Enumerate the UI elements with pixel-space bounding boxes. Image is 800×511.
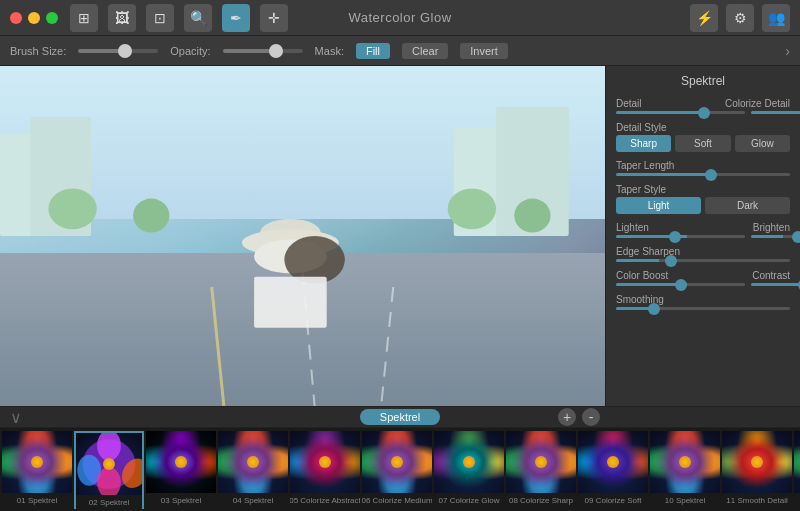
taper-length-row: Taper Length bbox=[616, 160, 790, 176]
smoothing-slider[interactable] bbox=[616, 307, 790, 310]
film-item-9[interactable]: 09 Colorize Soft bbox=[578, 431, 648, 509]
traffic-lights bbox=[10, 12, 58, 24]
move-tool-icon[interactable]: ✛ bbox=[260, 4, 288, 32]
brush-size-slider-container bbox=[78, 49, 158, 53]
options-expand-icon[interactable]: › bbox=[785, 43, 790, 59]
film-item-8[interactable]: 08 Colorize Sharp bbox=[506, 431, 576, 509]
film-item-2[interactable]: 02 Spektrel bbox=[74, 431, 144, 509]
colorize-detail-slider[interactable] bbox=[751, 111, 800, 114]
zoom-tool-icon[interactable]: 🔍 bbox=[184, 4, 212, 32]
film-item-3[interactable]: 03 Spektrel bbox=[146, 431, 216, 509]
film-label-1: 01 Spektrel bbox=[2, 493, 72, 509]
film-item-6[interactable]: 06 Colorize Medium bbox=[362, 431, 432, 509]
style-soft-button[interactable]: Soft bbox=[675, 135, 730, 152]
film-thumb-11 bbox=[722, 431, 792, 493]
film-label-5: 05 Colorize Abstract bbox=[290, 493, 360, 509]
film-label-11: 11 Smooth Detail bbox=[722, 493, 792, 509]
brush-tool-icon[interactable]: ✒ bbox=[222, 4, 250, 32]
photo-tool-icon[interactable]: 🖼 bbox=[108, 4, 136, 32]
lighten-row: Lighten Brighten bbox=[616, 222, 790, 238]
detail-style-row: Detail Style Sharp Soft Glow bbox=[616, 122, 790, 152]
contrast-slider[interactable] bbox=[751, 283, 800, 286]
opacity-slider-container bbox=[223, 49, 303, 53]
options-bar: Brush Size: Opacity: Mask: Fill Clear In… bbox=[0, 36, 800, 66]
brighten-slider[interactable] bbox=[751, 235, 800, 238]
panel-title: Spektrel bbox=[616, 74, 790, 88]
app-title-area: Watercolor Glow bbox=[348, 10, 451, 25]
film-thumb-6 bbox=[362, 431, 432, 493]
lighten-slider[interactable] bbox=[616, 235, 745, 238]
film-item-5[interactable]: 05 Colorize Abstract bbox=[290, 431, 360, 509]
film-label-2: 02 Spektrel bbox=[76, 495, 142, 511]
settings-icon[interactable]: ⚙ bbox=[726, 4, 754, 32]
detail-style-buttons: Sharp Soft Glow bbox=[616, 135, 790, 152]
smoothing-row: Smoothing bbox=[616, 294, 790, 310]
film-thumb-3 bbox=[146, 431, 216, 493]
film-item-12[interactable]: 12 Bright Detail bbox=[794, 431, 800, 509]
film-label-10: 10 Spektrel bbox=[650, 493, 720, 509]
main-content: Spektrel Detail Colorize Detail Detail S… bbox=[0, 66, 800, 406]
film-item-10[interactable]: 10 Spektrel bbox=[650, 431, 720, 509]
film-thumb-7 bbox=[434, 431, 504, 493]
maximize-button[interactable] bbox=[46, 12, 58, 24]
film-label-12: 12 Bright Detail bbox=[794, 493, 800, 509]
film-thumb-4 bbox=[218, 431, 288, 493]
bottom-controls: + - bbox=[558, 408, 600, 426]
film-thumb-2 bbox=[76, 433, 142, 495]
edge-sharpen-slider[interactable] bbox=[616, 259, 790, 262]
current-effect-label: Spektrel bbox=[360, 409, 440, 425]
film-label-7: 07 Colorize Glow bbox=[434, 493, 504, 509]
crop-tool-icon[interactable]: ⊡ bbox=[146, 4, 174, 32]
style-glow-button[interactable]: Glow bbox=[735, 135, 790, 152]
detail-slider[interactable] bbox=[616, 111, 745, 114]
taper-light-button[interactable]: Light bbox=[616, 197, 701, 214]
opacity-label: Opacity: bbox=[170, 45, 210, 57]
film-label-6: 06 Colorize Medium bbox=[362, 493, 432, 509]
invert-button[interactable]: Invert bbox=[460, 43, 508, 59]
taper-style-row: Taper Style Light Dark bbox=[616, 184, 790, 214]
app-title: Watercolor Glow bbox=[348, 10, 451, 25]
film-thumb-5 bbox=[290, 431, 360, 493]
add-effect-button[interactable]: + bbox=[558, 408, 576, 426]
film-scroll-container: 01 Spektrel 02 Spektrel bbox=[0, 431, 800, 509]
detail-style-label: Detail Style bbox=[616, 122, 667, 133]
style-sharp-button[interactable]: Sharp bbox=[616, 135, 671, 152]
film-thumb-10 bbox=[650, 431, 720, 493]
bottom-toolbar: ∨ Spektrel + - bbox=[0, 406, 800, 428]
title-right-tools: ⚡ ⚙ 👥 bbox=[690, 4, 790, 32]
title-bar: ⊞ 🖼 ⊡ 🔍 ✒ ✛ Watercolor Glow ⚡ ⚙ 👥 bbox=[0, 0, 800, 36]
film-item-11[interactable]: 11 Smooth Detail bbox=[722, 431, 792, 509]
clear-button[interactable]: Clear bbox=[402, 43, 448, 59]
taper-length-slider[interactable] bbox=[616, 173, 790, 176]
color-boost-row: Color Boost Contrast bbox=[616, 270, 790, 286]
film-label-4: 04 Spektrel bbox=[218, 493, 288, 509]
detail-param-row: Detail Colorize Detail bbox=[616, 98, 790, 114]
brush-size-label: Brush Size: bbox=[10, 45, 66, 57]
taper-style-label: Taper Style bbox=[616, 184, 666, 195]
minimize-button[interactable] bbox=[28, 12, 40, 24]
canvas-image bbox=[0, 66, 605, 406]
share-icon[interactable]: 👥 bbox=[762, 4, 790, 32]
canvas-tool-icon[interactable]: ⊞ bbox=[70, 4, 98, 32]
canvas-area[interactable] bbox=[0, 66, 605, 406]
film-item-7[interactable]: 07 Colorize Glow bbox=[434, 431, 504, 509]
film-label-3: 03 Spektrel bbox=[146, 493, 216, 509]
taper-dark-button[interactable]: Dark bbox=[705, 197, 790, 214]
film-thumb-1 bbox=[2, 431, 72, 493]
opacity-slider[interactable] bbox=[223, 49, 303, 53]
scroll-down-icon[interactable]: ∨ bbox=[10, 408, 22, 427]
fill-button[interactable]: Fill bbox=[356, 43, 390, 59]
film-label-9: 09 Colorize Soft bbox=[578, 493, 648, 509]
remove-effect-button[interactable]: - bbox=[582, 408, 600, 426]
edge-sharpen-row: Edge Sharpen bbox=[616, 246, 790, 262]
mask-label: Mask: bbox=[315, 45, 344, 57]
brush-size-slider[interactable] bbox=[78, 49, 158, 53]
film-thumb-12 bbox=[794, 431, 800, 493]
lightning-icon[interactable]: ⚡ bbox=[690, 4, 718, 32]
close-button[interactable] bbox=[10, 12, 22, 24]
film-label-8: 08 Colorize Sharp bbox=[506, 493, 576, 509]
film-item-1[interactable]: 01 Spektrel bbox=[2, 431, 72, 509]
film-item-4[interactable]: 04 Spektrel bbox=[218, 431, 288, 509]
taper-style-buttons: Light Dark bbox=[616, 197, 790, 214]
color-boost-slider[interactable] bbox=[616, 283, 745, 286]
